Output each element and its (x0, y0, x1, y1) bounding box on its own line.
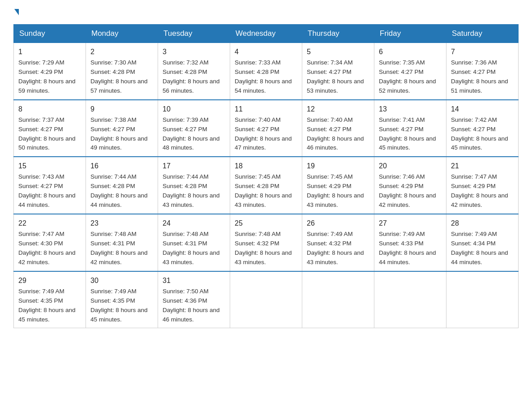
table-row: 11Sunrise: 7:40 AMSunset: 4:27 PMDayligh… (230, 100, 302, 157)
day-info: Sunrise: 7:30 AMSunset: 4:28 PMDaylight:… (90, 59, 148, 94)
day-number: 22 (18, 218, 81, 229)
day-info: Sunrise: 7:40 AMSunset: 4:27 PMDaylight:… (235, 116, 292, 151)
day-info: Sunrise: 7:45 AMSunset: 4:28 PMDaylight:… (235, 173, 292, 208)
day-info: Sunrise: 7:36 AMSunset: 4:27 PMDaylight:… (451, 59, 508, 94)
day-number: 18 (235, 161, 297, 171)
day-number: 1 (18, 47, 81, 57)
table-row: 25Sunrise: 7:48 AMSunset: 4:32 PMDayligh… (230, 214, 302, 271)
calendar-week-row: 15Sunrise: 7:43 AMSunset: 4:27 PMDayligh… (14, 157, 519, 214)
day-info: Sunrise: 7:32 AMSunset: 4:28 PMDaylight:… (163, 59, 220, 94)
table-row: 24Sunrise: 7:48 AMSunset: 4:31 PMDayligh… (158, 214, 230, 271)
day-number: 26 (307, 218, 369, 229)
day-info: Sunrise: 7:49 AMSunset: 4:33 PMDaylight:… (379, 231, 436, 265)
table-row: 9Sunrise: 7:38 AMSunset: 4:27 PMDaylight… (86, 100, 158, 157)
table-row: 16Sunrise: 7:44 AMSunset: 4:28 PMDayligh… (86, 157, 158, 214)
day-info: Sunrise: 7:47 AMSunset: 4:30 PMDaylight:… (18, 231, 76, 265)
day-number: 23 (90, 218, 153, 229)
day-number: 27 (379, 218, 442, 229)
day-number: 7 (451, 47, 514, 57)
day-number: 5 (307, 47, 369, 57)
table-row: 15Sunrise: 7:43 AMSunset: 4:27 PMDayligh… (14, 157, 86, 214)
logo-triangle-icon (14, 9, 19, 15)
table-row: 13Sunrise: 7:41 AMSunset: 4:27 PMDayligh… (374, 100, 446, 157)
header-friday: Friday (374, 25, 446, 43)
header-tuesday: Tuesday (158, 25, 230, 43)
day-info: Sunrise: 7:46 AMSunset: 4:29 PMDaylight:… (379, 173, 436, 208)
day-number: 21 (451, 161, 514, 171)
day-info: Sunrise: 7:37 AMSunset: 4:27 PMDaylight:… (18, 116, 76, 151)
table-row: 23Sunrise: 7:48 AMSunset: 4:31 PMDayligh… (86, 214, 158, 271)
calendar-week-row: 22Sunrise: 7:47 AMSunset: 4:30 PMDayligh… (14, 214, 519, 271)
table-row: 21Sunrise: 7:47 AMSunset: 4:29 PMDayligh… (446, 157, 519, 214)
day-number: 9 (90, 104, 153, 115)
day-info: Sunrise: 7:48 AMSunset: 4:31 PMDaylight:… (90, 231, 148, 265)
header-saturday: Saturday (446, 25, 519, 43)
day-info: Sunrise: 7:49 AMSunset: 4:34 PMDaylight:… (451, 231, 508, 265)
day-info: Sunrise: 7:33 AMSunset: 4:28 PMDaylight:… (235, 59, 292, 94)
day-number: 14 (451, 104, 514, 115)
table-row: 6Sunrise: 7:35 AMSunset: 4:27 PMDaylight… (374, 43, 446, 100)
day-number: 13 (379, 104, 442, 115)
day-info: Sunrise: 7:39 AMSunset: 4:27 PMDaylight:… (163, 116, 220, 151)
day-number: 28 (451, 218, 514, 229)
day-number: 29 (18, 275, 81, 286)
day-number: 24 (163, 218, 225, 229)
table-row: 2Sunrise: 7:30 AMSunset: 4:28 PMDaylight… (86, 43, 158, 100)
day-number: 3 (163, 47, 225, 57)
day-number: 15 (18, 161, 81, 171)
day-info: Sunrise: 7:50 AMSunset: 4:36 PMDaylight:… (163, 288, 220, 323)
calendar-week-row: 29Sunrise: 7:49 AMSunset: 4:35 PMDayligh… (14, 271, 519, 328)
day-info: Sunrise: 7:44 AMSunset: 4:28 PMDaylight:… (163, 173, 220, 208)
day-info: Sunrise: 7:44 AMSunset: 4:28 PMDaylight:… (90, 173, 148, 208)
table-row: 7Sunrise: 7:36 AMSunset: 4:27 PMDaylight… (446, 43, 519, 100)
table-row: 31Sunrise: 7:50 AMSunset: 4:36 PMDayligh… (158, 271, 230, 328)
day-info: Sunrise: 7:45 AMSunset: 4:29 PMDaylight:… (307, 173, 364, 208)
table-row: 19Sunrise: 7:45 AMSunset: 4:29 PMDayligh… (302, 157, 374, 214)
day-number: 6 (379, 47, 442, 57)
table-row: 1Sunrise: 7:29 AMSunset: 4:29 PMDaylight… (14, 43, 86, 100)
day-number: 12 (307, 104, 369, 115)
table-row: 29Sunrise: 7:49 AMSunset: 4:35 PMDayligh… (14, 271, 86, 328)
calendar-table: Sunday Monday Tuesday Wednesday Thursday… (13, 24, 519, 328)
page-header (13, 9, 519, 15)
table-row: 27Sunrise: 7:49 AMSunset: 4:33 PMDayligh… (374, 214, 446, 271)
table-row (446, 271, 519, 328)
day-info: Sunrise: 7:40 AMSunset: 4:27 PMDaylight:… (307, 116, 364, 151)
day-info: Sunrise: 7:49 AMSunset: 4:35 PMDaylight:… (90, 288, 148, 323)
table-row: 14Sunrise: 7:42 AMSunset: 4:27 PMDayligh… (446, 100, 519, 157)
weekday-header-row: Sunday Monday Tuesday Wednesday Thursday… (14, 25, 519, 43)
day-info: Sunrise: 7:43 AMSunset: 4:27 PMDaylight:… (18, 173, 76, 208)
logo (13, 9, 19, 15)
day-number: 16 (90, 161, 153, 171)
day-info: Sunrise: 7:38 AMSunset: 4:27 PMDaylight:… (90, 116, 148, 151)
day-number: 19 (307, 161, 369, 171)
day-info: Sunrise: 7:42 AMSunset: 4:27 PMDaylight:… (451, 116, 508, 151)
table-row: 28Sunrise: 7:49 AMSunset: 4:34 PMDayligh… (446, 214, 519, 271)
header-wednesday: Wednesday (230, 25, 302, 43)
day-number: 17 (163, 161, 225, 171)
header-thursday: Thursday (302, 25, 374, 43)
header-monday: Monday (86, 25, 158, 43)
table-row (374, 271, 446, 328)
table-row: 8Sunrise: 7:37 AMSunset: 4:27 PMDaylight… (14, 100, 86, 157)
day-number: 8 (18, 104, 81, 115)
day-info: Sunrise: 7:48 AMSunset: 4:32 PMDaylight:… (235, 231, 292, 265)
day-number: 11 (235, 104, 297, 115)
day-number: 25 (235, 218, 297, 229)
table-row (302, 271, 374, 328)
day-number: 10 (163, 104, 225, 115)
table-row: 10Sunrise: 7:39 AMSunset: 4:27 PMDayligh… (158, 100, 230, 157)
day-info: Sunrise: 7:34 AMSunset: 4:27 PMDaylight:… (307, 59, 364, 94)
day-info: Sunrise: 7:29 AMSunset: 4:29 PMDaylight:… (18, 59, 76, 94)
calendar-week-row: 1Sunrise: 7:29 AMSunset: 4:29 PMDaylight… (14, 43, 519, 100)
table-row: 17Sunrise: 7:44 AMSunset: 4:28 PMDayligh… (158, 157, 230, 214)
table-row: 22Sunrise: 7:47 AMSunset: 4:30 PMDayligh… (14, 214, 86, 271)
day-number: 2 (90, 47, 153, 57)
table-row (230, 271, 302, 328)
table-row: 26Sunrise: 7:49 AMSunset: 4:32 PMDayligh… (302, 214, 374, 271)
calendar-week-row: 8Sunrise: 7:37 AMSunset: 4:27 PMDaylight… (14, 100, 519, 157)
day-number: 30 (90, 275, 153, 286)
day-info: Sunrise: 7:47 AMSunset: 4:29 PMDaylight:… (451, 173, 508, 208)
day-info: Sunrise: 7:49 AMSunset: 4:32 PMDaylight:… (307, 231, 364, 265)
day-info: Sunrise: 7:35 AMSunset: 4:27 PMDaylight:… (379, 59, 436, 94)
